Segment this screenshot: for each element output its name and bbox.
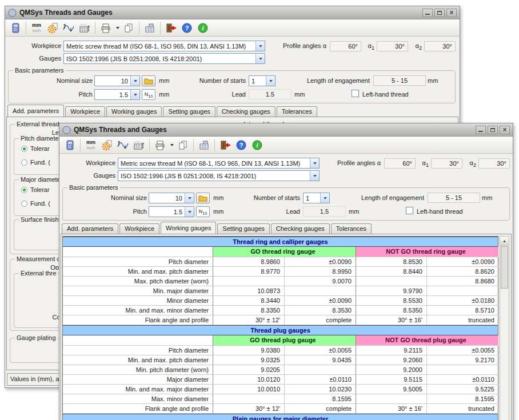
print-options-arrow-icon[interactable] (169, 138, 174, 153)
close-button[interactable]: × (446, 9, 457, 17)
workpiece-select[interactable]: Metric screw thread M (ISO 68-1, ISO 965… (63, 41, 265, 51)
fundamental-radio[interactable] (21, 201, 27, 207)
minimize-button[interactable] (422, 9, 433, 17)
nominal-size-combo[interactable]: 10 (149, 193, 194, 203)
info-icon[interactable]: i (250, 138, 265, 153)
tolerance-radio-label: Tolerar (30, 186, 50, 193)
gauges-select[interactable]: ISO 1502:1996 (JIS B 0251:2008, IS 4218:… (63, 53, 265, 64)
info-icon[interactable]: i (195, 21, 210, 35)
copy-icon[interactable] (175, 138, 190, 153)
tolerance-radio[interactable] (21, 146, 27, 152)
row-label-cell: Min. and max. pitch diameter (63, 267, 213, 277)
report-icon[interactable] (142, 21, 157, 35)
toolbar-separator (160, 22, 161, 34)
left-hand-thread-checkbox[interactable] (406, 207, 413, 214)
go-header-cell: GO thread plug gauge (213, 335, 356, 346)
settings-gear-icon[interactable] (99, 138, 114, 153)
exit-icon[interactable] (163, 21, 178, 35)
calculator-icon[interactable] (8, 21, 23, 35)
number-of-starts-combo[interactable]: 1 (303, 193, 330, 203)
fundamental-radio[interactable] (21, 159, 27, 166)
left-hand-thread-checkbox[interactable] (352, 90, 359, 97)
tab-working-gauges[interactable]: Working gauges (161, 222, 216, 234)
gauges-select[interactable]: ISO 1502:1996 (JIS B 0251:2008, IS 4218:… (118, 170, 320, 181)
chevron-down-icon[interactable] (130, 76, 139, 86)
value-cell: 8.1595 (427, 394, 498, 404)
folder-button[interactable] (196, 193, 210, 203)
print-icon[interactable] (153, 138, 167, 153)
value-cell: truncated (427, 315, 498, 325)
titlebar[interactable]: QMSys Threads and Gauges × (59, 123, 513, 137)
tab-add-parameters[interactable]: Add. parameters (7, 105, 64, 117)
tab-tolerances[interactable]: Tolerances (331, 223, 372, 234)
thread-table-icon[interactable] (131, 138, 146, 153)
chevron-down-icon[interactable] (310, 171, 319, 181)
thread-table-icon[interactable] (77, 21, 92, 35)
length-of-engagement-unit: mm (482, 194, 496, 201)
tolerance-chart-icon[interactable] (61, 21, 76, 35)
tab-workpiece[interactable]: Workpiece (119, 223, 159, 234)
number-of-starts-combo[interactable]: 1 (249, 75, 276, 86)
toolbar-separator (80, 139, 81, 151)
maximize-button[interactable] (434, 9, 445, 17)
chevron-down-icon[interactable] (255, 54, 265, 63)
tab-checking-gauges[interactable]: Checking gauges (217, 106, 276, 117)
row-label-cell: Major diameter (63, 375, 213, 385)
workpiece-select[interactable]: Metric screw thread M (ISO 68-1, ISO 965… (118, 158, 320, 169)
nominal-size-combo[interactable]: 10 (94, 75, 140, 86)
folder-button[interactable] (142, 75, 155, 86)
tab-workpiece[interactable]: Workpiece (65, 106, 105, 117)
chevron-down-icon[interactable] (185, 193, 194, 203)
exit-icon[interactable] (218, 138, 233, 153)
pitch-diameter-group-label: Pitch diamete (19, 135, 61, 142)
tab-working-gauges[interactable]: Working gauges (106, 106, 162, 117)
tab-setting-gauges[interactable]: Setting gauges (217, 223, 269, 234)
chevron-down-icon[interactable] (266, 76, 275, 86)
pitch-unit: mm (213, 208, 227, 215)
scrollbar-thumb[interactable] (501, 246, 508, 289)
scroll-up-button[interactable]: ▲ (500, 237, 509, 246)
copy-icon[interactable] (121, 21, 136, 35)
chevron-down-icon[interactable] (185, 207, 194, 217)
tab-checking-gauges[interactable]: Checking gauges (271, 223, 330, 234)
minimize-button[interactable] (476, 126, 486, 134)
settings-gear-icon[interactable] (45, 21, 60, 35)
close-button[interactable]: × (500, 126, 510, 134)
calculator-icon[interactable] (62, 138, 77, 153)
pitch-combo[interactable]: 1.5 (94, 89, 140, 100)
gauges-label: Gauges (62, 172, 115, 179)
help-icon[interactable]: ? (234, 138, 249, 153)
report-icon[interactable] (197, 138, 211, 153)
pitch-value: 1.5 (149, 209, 185, 215)
mm-inch-toggle-icon[interactable]: mminch (83, 138, 98, 153)
toolbar-separator (193, 139, 194, 151)
help-icon[interactable]: ? (179, 21, 194, 35)
gauges-label: Gauges (8, 55, 61, 62)
maximize-button[interactable] (488, 126, 498, 134)
titlebar[interactable]: QMSys Threads and Gauges × (5, 6, 460, 19)
mm-inch-toggle-icon[interactable]: mminch (29, 21, 44, 35)
value-cell: ±0.0090 (285, 257, 356, 267)
value-cell: 10.0120 (213, 375, 285, 385)
pitch-combo[interactable]: 1.5 (149, 206, 194, 217)
pitch-table-button[interactable]: N10 (196, 206, 210, 217)
tolerance-radio[interactable] (21, 187, 27, 193)
pitch-table-button[interactable]: N10 (142, 89, 155, 100)
notgo-header-cell: NOT GO thread ring gauge (356, 247, 498, 257)
value-cell: 9.0205 (213, 365, 285, 375)
print-icon[interactable] (98, 21, 113, 35)
chevron-down-icon[interactable] (130, 90, 139, 99)
tab-add-parameters[interactable]: Add. parameters (62, 223, 118, 234)
value-cell: ±0.0090 (285, 296, 356, 306)
value-cell: 9.0380 (213, 346, 285, 355)
value-cell: 8.9860 (213, 257, 285, 267)
table-row: Max. pitch diameter (worn)9.00708.8680 (63, 277, 498, 286)
print-options-arrow-icon[interactable] (114, 21, 120, 35)
tolerance-chart-icon[interactable] (115, 138, 130, 153)
tab-tolerances[interactable]: Tolerances (277, 106, 317, 117)
chevron-down-icon[interactable] (320, 193, 329, 203)
tab-bar: Add. parameters Workpiece Working gauges… (6, 105, 458, 117)
tab-setting-gauges[interactable]: Setting gauges (163, 106, 215, 117)
table-row: Flank angle and profile30° ± 12'complete… (63, 404, 498, 414)
table-scrollbar[interactable]: ▲ (500, 236, 509, 420)
